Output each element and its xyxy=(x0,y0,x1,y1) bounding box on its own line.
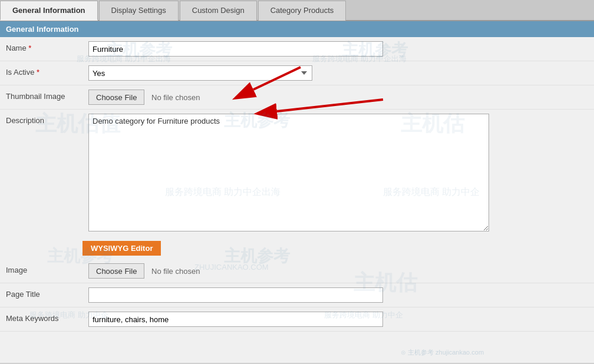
name-required: * xyxy=(28,44,31,52)
meta-keywords-label: Meta Keywords xyxy=(6,312,88,323)
tab-display-settings[interactable]: Display Settings xyxy=(99,1,179,21)
image-no-file-label: No file chosen xyxy=(151,267,200,276)
is-active-control: Yes No xyxy=(88,65,588,81)
name-row: Name * xyxy=(0,37,594,61)
is-active-required: * xyxy=(37,68,39,77)
image-control: Choose File No file chosen xyxy=(88,263,588,279)
is-active-select[interactable]: Yes No xyxy=(88,65,312,81)
name-input[interactable] xyxy=(88,41,383,57)
is-active-select-wrapper: Yes No xyxy=(88,65,312,81)
description-label: Description xyxy=(6,114,88,125)
image-choose-file-button[interactable]: Choose File xyxy=(88,263,144,279)
tab-bar: General Information Display Settings Cus… xyxy=(0,0,594,21)
name-label: Name * xyxy=(6,41,88,52)
thumbnail-control: Choose File No file chosen xyxy=(88,90,588,105)
wysiwyg-row: WYSIWYG Editor xyxy=(0,237,594,259)
meta-keywords-row: Meta Keywords xyxy=(0,307,594,332)
is-active-label: Is Active * xyxy=(6,65,88,77)
tab-general-information[interactable]: General Information xyxy=(0,1,98,21)
thumbnail-row: Thumbnail Image Choose File No file chos… xyxy=(0,85,594,110)
thumbnail-label: Thumbnail Image xyxy=(6,90,88,101)
image-row: Image Choose File No file chosen xyxy=(0,259,594,283)
description-row: Description Demo category for Furniture … xyxy=(0,110,594,237)
form-area: Name * Is Active * Yes No xyxy=(0,37,594,237)
tab-custom-design[interactable]: Custom Design xyxy=(180,1,257,21)
content-area: General Information Name * Is Active * Y… xyxy=(0,21,594,363)
name-control xyxy=(88,41,588,57)
thumbnail-no-file-label: No file chosen xyxy=(151,93,200,102)
page-title-control xyxy=(88,287,588,303)
thumbnail-choose-file-button[interactable]: Choose File xyxy=(88,90,144,105)
page-title-input[interactable] xyxy=(88,287,383,303)
meta-keywords-input[interactable] xyxy=(88,312,383,327)
tab-category-products[interactable]: Category Products xyxy=(258,1,346,21)
is-active-row: Is Active * Yes No xyxy=(0,61,594,85)
image-label: Image xyxy=(6,263,88,274)
description-textarea[interactable]: Demo category for Furniture products xyxy=(88,114,489,231)
section-title: General Information xyxy=(6,25,79,34)
description-control: Demo category for Furniture products xyxy=(88,114,588,233)
meta-keywords-control xyxy=(88,312,588,327)
page-title-label: Page Title xyxy=(6,287,88,299)
section-header: General Information xyxy=(0,21,594,37)
page-title-row: Page Title xyxy=(0,283,594,307)
wysiwyg-editor-button[interactable]: WYSIWYG Editor xyxy=(82,241,161,256)
